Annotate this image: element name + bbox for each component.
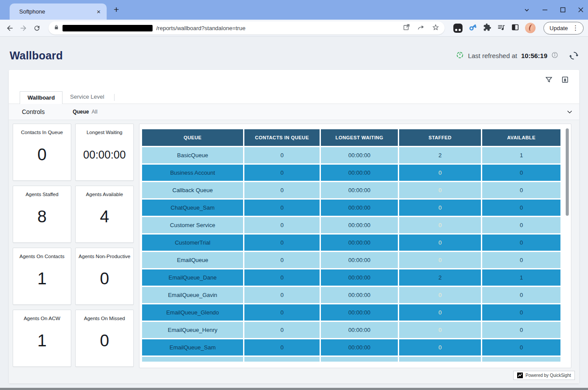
- share-icon[interactable]: [417, 24, 425, 33]
- cell-longest-waiting: 00:00:00: [321, 287, 398, 303]
- table-row[interactable]: EmailQueue 0 00:00:00 0 0: [142, 252, 560, 268]
- cell-available: 0: [482, 339, 560, 355]
- table-header-row: QUEUECONTACTS IN QUEUELONGEST WAITINGSTA…: [142, 129, 560, 146]
- queue-filter-label[interactable]: Queue: [73, 109, 89, 115]
- cell-longest-waiting: 00:00:00: [321, 165, 398, 181]
- controls-collapse-icon[interactable]: [566, 108, 573, 115]
- cell-staffed: 0: [399, 182, 481, 198]
- kpi-card: Agents On Missed 0: [75, 310, 134, 367]
- window-chevron-icon[interactable]: [524, 7, 530, 13]
- last-refreshed-time: 10:56:19: [521, 52, 547, 59]
- quicksight-logo-icon: [517, 373, 523, 378]
- forward-button[interactable]: [18, 22, 29, 34]
- cell-longest-waiting: 00:00:00: [321, 339, 398, 355]
- kpi-card: Agents On Contacts 1: [13, 248, 71, 305]
- table-row[interactable]: EmailQueue_T 0 00:00:00 0 0: [142, 357, 560, 362]
- table-row[interactable]: CustomerTrial 0 00:00:00 0 0: [142, 235, 560, 251]
- cell-available: 0: [482, 304, 560, 321]
- table-row[interactable]: Customer Service 0 00:00:00 0 0: [142, 217, 560, 233]
- table-row[interactable]: EmailQueue_Henry 0 00:00:00 0 0: [142, 322, 560, 338]
- update-button[interactable]: Update ⋮: [543, 22, 584, 35]
- back-button[interactable]: [4, 22, 15, 34]
- cell-longest-waiting: 00:00:00: [321, 357, 398, 362]
- kpi-card: Longest Waiting 00:00:00: [75, 124, 134, 181]
- cell-longest-waiting: 00:00:00: [321, 322, 398, 338]
- extension-reader-icon[interactable]: [511, 23, 519, 33]
- cell-queue: EmailQueue_Henry: [142, 322, 243, 338]
- table-scrollbar[interactable]: [566, 128, 569, 216]
- cell-contacts-in-queue: 0: [244, 165, 320, 181]
- kpi-value: 0: [100, 315, 109, 366]
- extension-dark-icon[interactable]: [453, 24, 463, 33]
- cell-queue: Business Account: [142, 165, 243, 181]
- kpi-value: 0: [100, 253, 109, 304]
- cell-available: 1: [482, 147, 560, 163]
- table-row[interactable]: EmailQueue_Sam 0 00:00:00 0 0: [142, 339, 560, 355]
- cell-queue: EmailQueue_Gavin: [142, 287, 243, 303]
- header-cell: LONGEST WAITING: [321, 129, 398, 146]
- tab-service-level[interactable]: Service Level: [63, 91, 111, 104]
- controls-label: Controls: [22, 108, 45, 115]
- reload-button[interactable]: [31, 22, 42, 34]
- window-maximize-button[interactable]: [560, 7, 566, 13]
- cell-queue: BasicQueue: [142, 147, 243, 163]
- open-in-new-icon[interactable]: [403, 24, 410, 33]
- cell-queue: EmailQueue: [142, 252, 243, 268]
- browser-tab[interactable]: Softphone ×: [10, 3, 107, 20]
- table-row[interactable]: Business Account 0 00:00:00 0 0: [142, 165, 560, 181]
- cell-queue: CustomerTrial: [142, 235, 243, 251]
- cell-available: 0: [482, 357, 560, 362]
- dashboard-content: Contacts In Queue 0 Longest Waiting 00:0…: [9, 120, 579, 383]
- cell-longest-waiting: 00:00:00: [321, 235, 398, 251]
- extension-key-icon[interactable]: [468, 23, 477, 34]
- table-row[interactable]: EmailQueue_Gavin 0 00:00:00 0 0: [142, 287, 560, 303]
- powered-by-badge[interactable]: Powered by QuickSight: [513, 371, 575, 380]
- window-close-button[interactable]: [578, 7, 584, 13]
- cell-contacts-in-queue: 0: [244, 217, 320, 233]
- kpi-card: Agents Non-Productive 0: [75, 248, 134, 305]
- browser-menu-icon[interactable]: ⋮: [571, 24, 581, 32]
- sheet-tabs: Wallboard Service Level: [9, 91, 579, 104]
- tab-wallboard[interactable]: Wallboard: [20, 91, 63, 104]
- cell-contacts-in-queue: 0: [244, 322, 320, 338]
- table-row[interactable]: EmailQueue_Dane 0 00:00:00 2 1: [142, 269, 560, 286]
- extensions-puzzle-icon[interactable]: [483, 23, 491, 33]
- extension-playlist-icon[interactable]: [497, 23, 505, 33]
- cell-available: 0: [482, 200, 560, 216]
- refresh-button[interactable]: [569, 51, 578, 60]
- table-row[interactable]: ChatQueue_Sam 0 00:00:00 0 0: [142, 200, 560, 216]
- profile-avatar[interactable]: [525, 23, 536, 33]
- info-icon[interactable]: [551, 52, 558, 60]
- powered-by-label: Powered by QuickSight: [525, 373, 571, 378]
- table-row[interactable]: Callback Queue 0 00:00:00 0 0: [142, 182, 560, 198]
- queue-filter-value[interactable]: All: [91, 109, 97, 115]
- export-icon[interactable]: [561, 76, 569, 85]
- table-row[interactable]: EmailQueue_Glendo 0 00:00:00 0 0: [142, 304, 560, 321]
- filter-icon[interactable]: [545, 76, 553, 85]
- kpi-value: 8: [37, 191, 46, 242]
- cell-queue: Callback Queue: [142, 182, 243, 198]
- url-bar[interactable]: /reports/wallboard?standalone=true: [49, 21, 445, 35]
- lock-icon: [54, 24, 59, 32]
- queue-table-panel: QUEUECONTACTS IN QUEUELONGEST WAITINGSTA…: [139, 124, 571, 368]
- window-minimize-button[interactable]: [542, 7, 548, 13]
- timer-icon: [456, 51, 464, 60]
- table-row[interactable]: BasicQueue 0 00:00:00 2 1: [142, 147, 560, 163]
- tab-close-icon[interactable]: ×: [95, 8, 102, 15]
- cell-contacts-in-queue: 0: [244, 357, 320, 362]
- kpi-card: Agents Available 4: [75, 186, 134, 243]
- cell-staffed: 0: [399, 322, 481, 338]
- cell-contacts-in-queue: 0: [244, 287, 320, 303]
- cell-staffed: 0: [399, 252, 481, 268]
- new-tab-button[interactable]: +: [114, 5, 119, 14]
- cell-longest-waiting: 00:00:00: [321, 200, 398, 216]
- bookmark-star-icon[interactable]: [432, 24, 439, 33]
- browser-toolbar: /reports/wallboard?standalone=true Updat…: [0, 20, 588, 37]
- page-header: Wallboard Last refreshed at 10:56:19: [0, 37, 588, 70]
- cell-longest-waiting: 00:00:00: [321, 182, 398, 198]
- cell-staffed: 2: [399, 147, 481, 163]
- cell-staffed: 0: [399, 217, 481, 233]
- kpi-card: Agents On ACW 1: [13, 310, 71, 367]
- kpi-card: Agents Staffed 8: [13, 186, 71, 243]
- cell-queue: Customer Service: [142, 217, 243, 233]
